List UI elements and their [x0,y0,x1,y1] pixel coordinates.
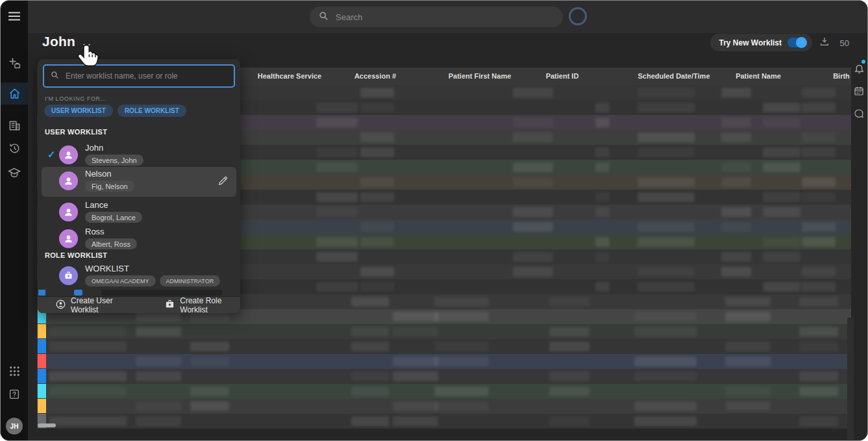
table-row[interactable] [37,339,851,354]
user-avatar[interactable]: JH [6,418,23,435]
blurred-cell [595,162,610,172]
worklist-name: Nelson [85,169,111,179]
organization-icon[interactable] [1,115,28,136]
app-window: John Try New Worklist 50 Healthcare Serv… [0,0,868,441]
blurred-cell [725,386,771,396]
blurred-cell [802,237,836,247]
edit-icon[interactable] [217,175,229,189]
download-icon[interactable] [819,36,830,49]
create-role-worklist-button[interactable]: Create Role Worklist [165,296,240,314]
blurred-cell [190,357,229,366]
filter-chip[interactable]: USER WORKLIST [44,105,113,117]
table-row[interactable] [37,399,851,414]
filter-chip[interactable]: ROLE WORKLIST [118,105,186,117]
blurred-cell [136,401,181,411]
blurred-cell [434,357,489,366]
user-worklist-item[interactable]: ✓JohnStevens, John [42,141,236,168]
blurred-cell [351,372,389,381]
blurred-cell [725,357,771,366]
blurred-cell [595,147,610,157]
history-icon[interactable] [1,138,28,158]
role-worklist-section-label: ROLE WORKLIST [45,251,107,259]
blurred-cell [638,222,695,232]
apps-grid-icon[interactable] [1,360,28,381]
menu-icon[interactable] [1,6,28,27]
blurred-cell [316,252,358,262]
blurred-cell [351,342,389,351]
blurred-cell [549,297,589,307]
chat-icon[interactable] [851,106,867,121]
calendar-icon[interactable] [851,83,867,99]
worklist-name: Lance [85,200,108,210]
blurred-cell [763,162,800,172]
table-row[interactable] [37,369,851,384]
blurred-cell [763,103,800,112]
blurred-cell [634,357,697,366]
blurred-cell [763,252,800,262]
table-row[interactable] [37,324,851,339]
create-user-worklist-button[interactable]: Create User Worklist [56,296,131,314]
user-worklist-item[interactable]: NelsonFig, Nelson [42,167,236,197]
user-worklist-item[interactable]: LanceBogrol, Lance [42,198,236,225]
blurred-cell [763,282,800,292]
blurred-cell [799,372,838,381]
blurred-cell [802,177,836,187]
horizontal-scrollbar-thumb[interactable] [38,423,56,427]
blurred-cell [802,132,836,142]
search-icon [319,11,329,23]
notifications-icon[interactable] [851,60,867,76]
role-worklist-item[interactable]: WORKLISTOMEGAAI ACADEMYADMINISTRATOR [42,262,236,289]
column-header[interactable]: Scheduled Date/Time [638,72,710,80]
worklist-owner: Stevens, John [85,155,143,166]
blurred-cell [360,103,394,112]
blurred-cell [638,132,695,142]
loading-spinner [569,7,587,25]
blurred-cell [595,282,610,292]
help-icon[interactable] [1,384,28,405]
blurred-cell [721,118,751,127]
blurred-cell [638,282,695,292]
blurred-cell [721,177,751,187]
user-avatar-icon [59,171,78,190]
blurred-cell [721,267,751,277]
blurred-cell [799,416,838,426]
column-header[interactable]: Patient Name [736,72,781,80]
user-worklist-item[interactable]: RossAlbert, Ross [42,225,236,252]
blurred-cell [721,132,751,142]
blurred-cell [360,147,394,157]
worklist-search-input[interactable] [64,71,227,81]
blurred-cell [513,267,553,277]
row-status-bar [38,324,46,338]
worklist-search-field[interactable] [43,64,235,88]
home-icon[interactable] [1,82,28,105]
blurred-cell [638,177,695,187]
table-row[interactable] [37,414,851,429]
learning-icon[interactable] [1,162,28,183]
blurred-cell [316,207,358,217]
blurred-cell [136,416,181,426]
try-new-worklist-label: Try New Worklist [719,38,782,47]
column-header[interactable]: Birth [833,72,850,80]
worklist-title[interactable]: John [42,34,75,49]
column-header[interactable]: Patient ID [546,72,579,80]
chevron-down-icon[interactable] [82,40,91,51]
global-search[interactable] [310,6,563,27]
blurred-cell [513,118,553,127]
try-new-worklist-toggle[interactable] [787,38,807,47]
table-row[interactable] [37,354,851,369]
blurred-cell [638,267,695,277]
global-search-input[interactable] [334,12,554,23]
blurred-cell [393,312,438,321]
looking-for-label: I'M LOOKING FOR... [45,95,106,102]
table-row[interactable] [37,384,851,399]
role-tag: OMEGAAI ACADEMY [85,275,156,286]
blurred-cell [799,327,838,336]
clipped-worklist-item [38,288,240,296]
row-count[interactable]: 50 [840,38,849,48]
right-rail [854,33,867,440]
add-worklist-icon[interactable] [1,53,28,73]
column-header[interactable]: Healthcare Service [258,72,321,80]
blurred-cell [360,222,394,232]
column-header[interactable]: Patient First Name [449,72,512,80]
column-header[interactable]: Accession # [354,72,396,80]
